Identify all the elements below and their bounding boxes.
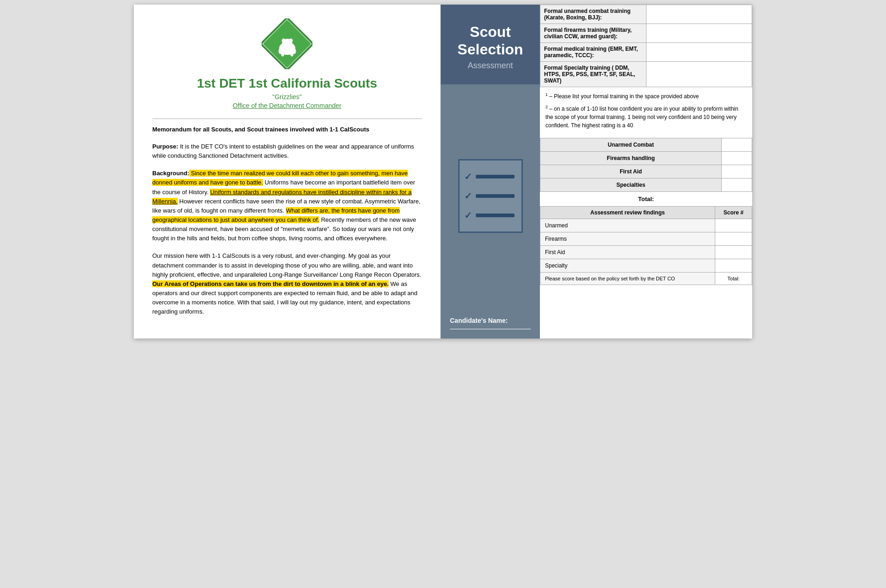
mission-text: Our mission here with 1-1 CalScouts is a… bbox=[152, 252, 421, 278]
logo-area bbox=[152, 18, 422, 69]
svg-point-4 bbox=[282, 39, 286, 43]
org-quote: "Grizzlies" bbox=[152, 93, 422, 101]
org-title: 1st DET 1st California Scouts bbox=[152, 76, 422, 91]
review-row-score bbox=[715, 219, 752, 232]
svg-point-10 bbox=[290, 52, 293, 57]
background-label: Background: bbox=[152, 170, 189, 177]
score-label: Firearms handling bbox=[540, 152, 722, 165]
score-value bbox=[721, 165, 752, 178]
training-value bbox=[646, 24, 752, 43]
mission-section: Our mission here with 1-1 CalScouts is a… bbox=[152, 251, 422, 316]
review-row-3: Specialty bbox=[540, 259, 752, 273]
training-row-2: Formal medical training (EMR, EMT, param… bbox=[540, 43, 752, 62]
review-row-label: Unarmed bbox=[540, 219, 715, 232]
right-panel: Formal unarmed combat training (Karate, … bbox=[540, 5, 752, 339]
training-value bbox=[646, 5, 752, 24]
score-row-2: First Aid bbox=[540, 165, 752, 178]
training-label: Formal firearms training (Military, civi… bbox=[540, 24, 647, 43]
check-item-1: ✓ bbox=[464, 171, 515, 182]
review-col2-header: Score # bbox=[715, 207, 752, 219]
review-row-label: First Aid bbox=[540, 246, 715, 259]
candidate-label: Candidate's Name: bbox=[450, 317, 531, 324]
review-row-label: Please score based on the policy set for… bbox=[540, 273, 715, 285]
score-label: Specialties bbox=[540, 178, 722, 192]
review-row-score: Total: bbox=[715, 273, 752, 285]
total-row: Total: bbox=[540, 192, 752, 206]
purpose-text: It is the DET CO's intent to establish g… bbox=[152, 143, 414, 159]
left-panel: 1st DET 1st California Scouts "Grizzlies… bbox=[134, 5, 441, 339]
checkmark-icon: ✓ bbox=[464, 190, 472, 202]
review-col1-header: Assessment review findings bbox=[540, 207, 715, 219]
instruction-2: 2 – on a scale of 1-10 list how confiden… bbox=[545, 104, 747, 130]
background-section: Background: Since the time man realized … bbox=[152, 169, 422, 243]
check-line bbox=[476, 214, 515, 217]
review-row-score bbox=[715, 232, 752, 246]
checklist-graphic: ✓ ✓ ✓ bbox=[441, 84, 540, 308]
review-row-score bbox=[715, 246, 752, 259]
score-row-3: Specialties bbox=[540, 178, 752, 192]
org-office: Office of the Detachment Commander bbox=[152, 102, 422, 109]
check-line bbox=[476, 194, 515, 198]
mission-highlight: Our Areas of Operations can take us from… bbox=[152, 280, 389, 287]
score-label: First Aid bbox=[540, 165, 722, 178]
instruction1-text: – Please list your formal training in th… bbox=[548, 93, 699, 100]
training-row-0: Formal unarmed combat training (Karate, … bbox=[540, 5, 752, 24]
score-value bbox=[721, 152, 752, 165]
scout-selection-box: Scout Selection Assessment bbox=[441, 5, 540, 84]
training-value bbox=[646, 43, 752, 62]
score-row-1: Firearms handling bbox=[540, 152, 752, 165]
training-row-3: Formal Specialty training ( DDM, HTPS, E… bbox=[540, 62, 752, 87]
review-table: Assessment review findings Score # Unarm… bbox=[540, 206, 752, 285]
candidate-line bbox=[450, 329, 531, 329]
training-label: Formal medical training (EMR, EMT, param… bbox=[540, 43, 647, 62]
check-item-3: ✓ bbox=[464, 210, 515, 221]
score-label: Unarmed Combat bbox=[540, 138, 722, 152]
purpose-label: Purpose: bbox=[152, 143, 178, 150]
review-row-0: Unarmed bbox=[540, 219, 752, 232]
check-item-2: ✓ bbox=[464, 190, 515, 202]
review-row-score bbox=[715, 259, 752, 273]
instruction2-text: – on a scale of 1-10 list how confident … bbox=[545, 106, 738, 129]
training-label: Formal unarmed combat training (Karate, … bbox=[540, 5, 647, 24]
scout-selection-title: Scout Selection bbox=[450, 23, 531, 59]
memo-line: Memorandum for all Scouts, and Scout tra… bbox=[152, 119, 422, 133]
svg-point-6 bbox=[285, 43, 290, 47]
score-value bbox=[721, 178, 752, 192]
instructions: 1 – Please list your formal training in … bbox=[540, 87, 752, 138]
training-label: Formal Specialty training ( DDM, HTPS, E… bbox=[540, 62, 647, 87]
check-line bbox=[476, 175, 515, 178]
checklist-box: ✓ ✓ ✓ bbox=[458, 159, 523, 233]
total-label: Total: bbox=[638, 196, 654, 202]
review-row-2: First Aid bbox=[540, 246, 752, 259]
scout-selection-sub: Assessment bbox=[450, 61, 531, 71]
score-value bbox=[721, 138, 752, 152]
training-value bbox=[646, 62, 752, 87]
instruction-1: 1 – Please list your formal training in … bbox=[545, 92, 747, 101]
diamond-logo bbox=[262, 18, 312, 69]
training-table: Formal unarmed combat training (Karate, … bbox=[540, 5, 752, 87]
purpose-section: Purpose: It is the DET CO's intent to es… bbox=[152, 142, 422, 160]
review-row-4: Please score based on the policy set for… bbox=[540, 273, 752, 285]
candidate-name-area: Candidate's Name: bbox=[441, 308, 540, 339]
svg-point-5 bbox=[289, 39, 293, 43]
checkmark-icon: ✓ bbox=[464, 171, 472, 182]
score-row-0: Unarmed Combat bbox=[540, 138, 752, 152]
svg-point-9 bbox=[281, 52, 284, 57]
review-row-label: Firearms bbox=[540, 232, 715, 246]
score-table: Unarmed Combat Firearms handling First A… bbox=[540, 138, 752, 192]
middle-panel: Scout Selection Assessment ✓ ✓ ✓ bbox=[441, 5, 540, 339]
review-row-label: Specialty bbox=[540, 259, 715, 273]
training-row-1: Formal firearms training (Military, civi… bbox=[540, 24, 752, 43]
checkmark-icon: ✓ bbox=[464, 210, 472, 221]
review-row-1: Firearms bbox=[540, 232, 752, 246]
